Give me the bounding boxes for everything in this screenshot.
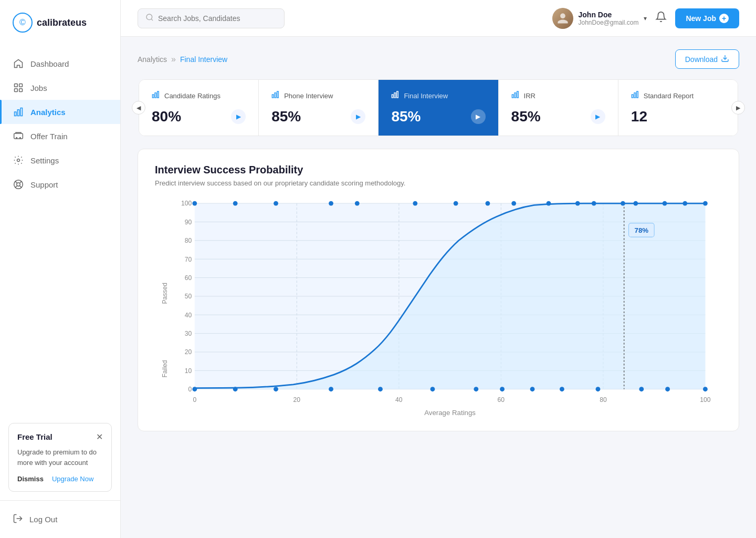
sidebar-item-support-label: Support <box>30 180 58 189</box>
svg-rect-20 <box>272 95 274 98</box>
new-job-label: New Job <box>686 14 716 23</box>
metric-card-candidate-ratings[interactable]: Candidate Ratings 80% ▶ <box>139 80 259 136</box>
breadcrumb-current: Final Interview <box>180 55 227 64</box>
user-email: JohnDoe@gmail.com <box>579 19 639 26</box>
cards-nav-right[interactable]: ▶ <box>731 101 745 115</box>
metric-value-row-3: 85% ▶ <box>391 108 485 125</box>
svg-point-100 <box>703 387 708 391</box>
svg-rect-2 <box>15 89 18 92</box>
svg-point-83 <box>633 201 638 206</box>
close-icon[interactable]: ✕ <box>96 432 103 442</box>
svg-text:0: 0 <box>193 396 196 404</box>
svg-point-71 <box>233 201 238 206</box>
sidebar-item-settings[interactable]: Settings <box>0 148 120 172</box>
metric-card-label-5: Standard Report <box>644 92 694 100</box>
svg-rect-28 <box>517 91 518 98</box>
svg-point-70 <box>192 201 197 206</box>
metric-arrow-4[interactable]: ▶ <box>591 109 605 124</box>
svg-rect-1 <box>19 84 23 87</box>
sidebar-item-jobs[interactable]: Jobs <box>0 76 120 100</box>
svg-point-73 <box>329 201 333 206</box>
metric-card-irr[interactable]: IRR 85% ▶ <box>499 80 618 136</box>
svg-rect-19 <box>158 91 159 98</box>
header: John Doe JohnDoe@gmail.com ▾ New Job + <box>121 0 756 37</box>
svg-point-97 <box>596 387 601 391</box>
settings-icon <box>13 155 24 165</box>
svg-text:100: 100 <box>700 396 711 404</box>
svg-point-84 <box>663 201 667 206</box>
metric-value-row-5: 12 <box>631 108 725 125</box>
svg-text:30: 30 <box>185 330 192 337</box>
metric-value-row-2: 85% ▶ <box>271 108 365 125</box>
svg-point-78 <box>511 201 516 206</box>
metric-arrow-3[interactable]: ▶ <box>471 109 486 124</box>
metric-card-header-4: IRR <box>511 90 605 101</box>
svg-rect-31 <box>636 91 638 98</box>
chevron-down-icon: ▾ <box>644 15 647 22</box>
svg-rect-22 <box>277 91 279 98</box>
user-info[interactable]: John Doe JohnDoe@gmail.com ▾ <box>552 8 647 29</box>
svg-text:Average Ratings: Average Ratings <box>424 409 476 417</box>
svg-rect-3 <box>19 89 23 92</box>
sidebar-item-dashboard[interactable]: Dashboard <box>0 51 120 76</box>
logo-text: calibrateus <box>37 17 87 28</box>
sidebar: © calibrateus Dashboard Jobs Analytics <box>0 0 121 538</box>
svg-point-10 <box>17 159 20 162</box>
metric-card-label-1: Candidate Ratings <box>164 92 220 100</box>
search-icon <box>145 13 154 24</box>
chart-bar-icon-4 <box>511 90 520 101</box>
metric-card-final-interview[interactable]: Final Interview 85% ▶ <box>379 80 498 136</box>
svg-point-90 <box>329 387 333 391</box>
search-input[interactable] <box>158 14 277 23</box>
metric-cards-row: Candidate Ratings 80% ▶ Phone Interview <box>139 79 738 136</box>
svg-point-81 <box>592 201 596 206</box>
new-job-button[interactable]: New Job + <box>675 8 739 28</box>
notification-bell-icon[interactable] <box>655 11 667 25</box>
svg-point-88 <box>233 387 238 391</box>
metric-card-phone-interview[interactable]: Phone Interview 85% ▶ <box>259 80 379 136</box>
header-right: John Doe JohnDoe@gmail.com ▾ New Job + <box>552 8 739 29</box>
logout-item[interactable]: Log Out <box>13 509 108 530</box>
svg-point-77 <box>486 201 490 206</box>
svg-point-79 <box>547 201 551 206</box>
svg-text:20: 20 <box>293 396 301 404</box>
svg-point-14 <box>146 14 152 20</box>
sidebar-item-offer-train[interactable]: Offer Train <box>0 124 120 148</box>
svg-point-91 <box>378 387 383 391</box>
metric-arrow-2[interactable]: ▶ <box>351 109 365 124</box>
free-trial-header: Free Trial ✕ <box>17 432 103 442</box>
svg-point-92 <box>430 387 435 391</box>
svg-point-72 <box>274 201 278 206</box>
metric-arrow-1[interactable]: ▶ <box>231 109 246 124</box>
logout-icon <box>13 513 23 525</box>
sidebar-item-dashboard-label: Dashboard <box>30 59 69 68</box>
metric-card-header-5: Standard Report <box>631 90 725 101</box>
user-name: John Doe <box>579 11 639 19</box>
svg-point-75 <box>413 201 417 206</box>
svg-rect-5 <box>17 110 19 116</box>
svg-text:40: 40 <box>185 312 192 319</box>
svg-point-12 <box>17 183 20 187</box>
metric-card-header-1: Candidate Ratings <box>152 90 246 101</box>
cards-nav-left[interactable]: ◀ <box>132 101 145 115</box>
sidebar-item-settings-label: Settings <box>30 156 59 165</box>
upgrade-button[interactable]: Upgrade Now <box>52 475 94 483</box>
sidebar-item-support[interactable]: Support <box>0 172 120 196</box>
breadcrumb-root[interactable]: Analytics <box>138 55 167 64</box>
breadcrumb: Analytics » Final Interview <box>138 55 227 64</box>
metric-card-standard-report[interactable]: Standard Report 12 <box>618 80 738 136</box>
svg-point-98 <box>639 387 644 391</box>
dismiss-button[interactable]: Dismiss <box>17 475 44 483</box>
search-bar[interactable] <box>138 8 285 28</box>
svg-text:60: 60 <box>498 396 505 404</box>
sidebar-item-offer-train-label: Offer Train <box>30 132 68 141</box>
chart-svg: 100 90 80 70 60 50 40 30 20 10 0 0 20 40… <box>155 198 722 418</box>
download-button[interactable]: Download <box>675 49 739 69</box>
sidebar-item-jobs-label: Jobs <box>30 84 47 92</box>
jobs-icon <box>13 82 24 93</box>
sidebar-item-analytics[interactable]: Analytics <box>0 100 120 124</box>
svg-text:20: 20 <box>185 348 192 356</box>
logo: © calibrateus <box>0 0 120 47</box>
sidebar-nav: Dashboard Jobs Analytics Offer Train Set… <box>0 47 120 415</box>
svg-text:10: 10 <box>185 367 192 375</box>
